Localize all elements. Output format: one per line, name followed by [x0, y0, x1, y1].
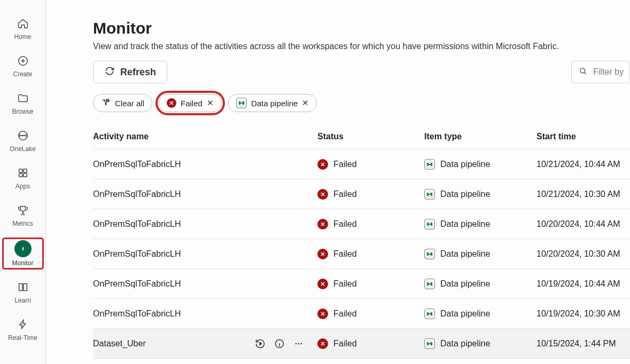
- svg-point-7: [580, 68, 585, 73]
- item-type-text: Data pipeline: [440, 279, 490, 289]
- col-activity-name[interactable]: Activity name: [93, 132, 317, 141]
- svg-rect-29: [428, 313, 431, 314]
- plus-circle-icon: [15, 53, 30, 68]
- nav-browse[interactable]: Browse: [4, 90, 42, 116]
- failed-status-icon: [317, 219, 328, 230]
- nav-metrics[interactable]: Metrics: [4, 202, 42, 228]
- start-time-text: 10/19/2024, 10:44 AM: [536, 279, 620, 289]
- nav-label: Monitor: [12, 259, 33, 267]
- svg-rect-14: [428, 164, 431, 165]
- folder-icon: [15, 91, 30, 106]
- item-type-text: Data pipeline: [440, 189, 490, 199]
- status-text: Failed: [333, 279, 357, 289]
- svg-point-34: [301, 343, 302, 344]
- failed-status-icon: [317, 189, 328, 200]
- item-type-text: Data pipeline: [440, 160, 490, 169]
- item-type-text: Data pipeline: [440, 309, 490, 319]
- table-row[interactable]: OnPremSqlToFabricLHFailedData pipeline10…: [93, 149, 630, 179]
- nav-apps[interactable]: Apps: [4, 164, 42, 191]
- info-icon[interactable]: [274, 338, 285, 350]
- failed-status-icon: [317, 338, 328, 349]
- table-row[interactable]: Dataset_UberFailedData pipeline10/15/202…: [93, 329, 630, 359]
- item-type-text: Data pipeline: [440, 219, 490, 229]
- status-text: Failed: [333, 160, 357, 169]
- nav-create[interactable]: Create: [4, 52, 42, 79]
- status-text: Failed: [333, 339, 357, 349]
- nav-learn[interactable]: Learn: [4, 279, 42, 305]
- clear-all-chip[interactable]: Clear all: [93, 94, 152, 112]
- trophy-icon: [15, 203, 30, 218]
- nav-realtime[interactable]: Real-Time: [4, 316, 42, 343]
- failed-status-icon: [317, 279, 328, 289]
- svg-rect-11: [240, 102, 243, 104]
- nav-label: OneLake: [10, 145, 36, 153]
- svg-rect-4: [19, 173, 22, 177]
- pipeline-icon: [424, 338, 435, 349]
- pipeline-icon: [424, 219, 435, 230]
- page-title: Monitor: [93, 19, 630, 37]
- svg-marker-30: [260, 342, 261, 345]
- start-time-text: 10/21/2024, 10:44 AM: [536, 160, 620, 169]
- svg-rect-17: [428, 194, 431, 195]
- filter-chip-failed[interactable]: Failed ✕: [159, 94, 222, 112]
- table-row[interactable]: OnPremSqlToFabricLHFailedData pipeline10…: [93, 269, 630, 299]
- bolt-icon: [15, 317, 30, 332]
- col-start-time[interactable]: Start time: [536, 132, 630, 141]
- start-time-text: 10/20/2024, 10:44 AM: [536, 219, 620, 229]
- failed-status-icon: [317, 249, 328, 259]
- nav-onelake[interactable]: OneLake: [4, 127, 42, 154]
- nav-label: Learn: [14, 297, 31, 304]
- col-status[interactable]: Status: [317, 132, 424, 141]
- refresh-label: Refresh: [120, 67, 156, 78]
- nav-label: Home: [14, 33, 31, 41]
- nav-label: Browse: [12, 108, 33, 115]
- svg-point-32: [295, 343, 297, 344]
- pipeline-icon: [424, 279, 435, 289]
- table-row[interactable]: OnPremSqlToFabricLHFailedData pipeline10…: [93, 209, 630, 239]
- nav-home[interactable]: Home: [4, 15, 42, 42]
- sidebar: Home Create Browse OneLake Apps: [0, 0, 46, 364]
- status-text: Failed: [333, 189, 357, 199]
- status-text: Failed: [333, 219, 357, 229]
- filter-input[interactable]: [571, 61, 630, 83]
- table-row[interactable]: OnPremSqlToFabricLHFailedData pipeline10…: [93, 179, 630, 209]
- start-time-text: 10/21/2024, 10:30 AM: [536, 189, 620, 199]
- activity-name: OnPremSqlToFabricLH: [93, 160, 181, 169]
- rerun-icon[interactable]: [254, 338, 266, 350]
- activity-name: OnPremSqlToFabricLH: [93, 249, 181, 259]
- col-item-type[interactable]: Item type: [424, 132, 536, 141]
- status-text: Failed: [333, 309, 357, 319]
- svg-rect-37: [428, 343, 431, 344]
- clear-filter-icon: [101, 98, 111, 109]
- search-icon: [578, 66, 588, 78]
- pipeline-icon: [424, 189, 435, 200]
- start-time-text: 10/20/2024, 10:30 AM: [536, 249, 620, 259]
- filter-text-field[interactable]: [592, 67, 630, 77]
- failed-icon: [167, 98, 176, 108]
- nav-label: Apps: [15, 183, 30, 190]
- nav-label: Real-Time: [8, 334, 37, 342]
- svg-rect-20: [428, 224, 431, 225]
- more-icon[interactable]: [293, 338, 305, 350]
- book-icon: [15, 280, 30, 295]
- table-row[interactable]: OnPremSqlToFabricLHFailedData pipeline10…: [93, 299, 630, 329]
- refresh-button[interactable]: Refresh: [93, 61, 167, 83]
- start-time-text: 10/19/2024, 10:30 AM: [536, 309, 620, 319]
- activity-name: OnPremSqlToFabricLH: [93, 309, 181, 319]
- failed-status-icon: [317, 159, 328, 170]
- filter-chips: Clear all Failed ✕ Data pipeline ✕: [93, 94, 630, 112]
- remove-chip-icon[interactable]: ✕: [302, 98, 309, 108]
- apps-icon: [15, 165, 30, 180]
- filter-chip-data-pipeline[interactable]: Data pipeline ✕: [228, 94, 317, 112]
- clear-all-label: Clear all: [115, 99, 144, 108]
- activity-table: Activity name Status Item type Start tim…: [93, 124, 630, 359]
- table-row[interactable]: OnPremSqlToFabricLHFailedData pipeline10…: [93, 239, 630, 269]
- page-subtitle: View and track the status of the activit…: [93, 42, 630, 51]
- start-time-text: 10/15/2024, 1:44 PM: [536, 339, 616, 349]
- remove-chip-icon[interactable]: ✕: [207, 98, 214, 108]
- toolbar: Refresh: [93, 61, 630, 83]
- svg-rect-3: [23, 169, 26, 172]
- nav-monitor[interactable]: Monitor: [4, 239, 42, 268]
- onelake-icon: [15, 128, 30, 143]
- status-text: Failed: [333, 249, 357, 259]
